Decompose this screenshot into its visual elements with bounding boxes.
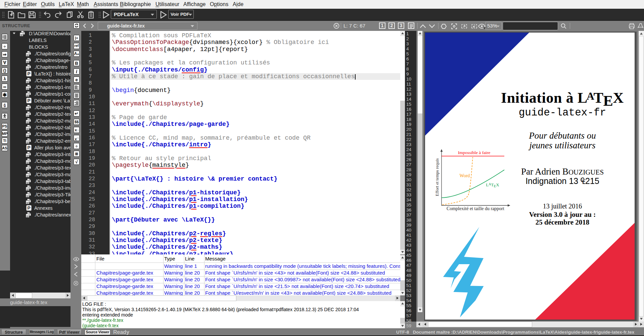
svg-text:Complexité et taille du rappor: Complexité et taille du rapport [447, 206, 504, 211]
svg-text:LATEX: LATEX [486, 182, 499, 188]
svg-text:Impossible à faire: Impossible à faire [458, 150, 491, 155]
svg-text:Word: Word [460, 173, 470, 178]
svg-text:Effort et temps requis: Effort et temps requis [434, 158, 440, 196]
